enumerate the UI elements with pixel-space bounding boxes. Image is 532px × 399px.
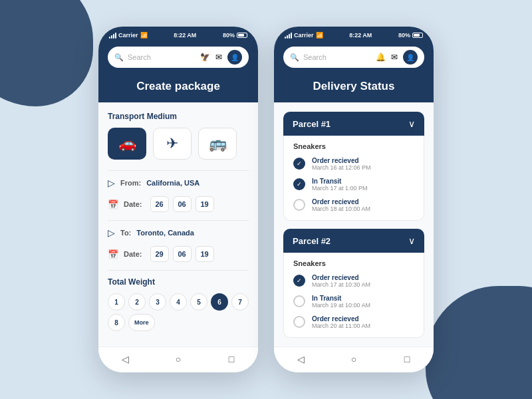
from-year[interactable]: 19 xyxy=(196,196,214,212)
battery-fill-2 xyxy=(414,34,420,37)
weight-6[interactable]: 6 xyxy=(211,293,228,311)
back-button-1[interactable]: ◁ xyxy=(118,352,132,366)
weight-1[interactable]: 1 xyxy=(108,293,125,311)
timeline-title-2-3: Order recieved xyxy=(312,315,370,323)
calendar-icon-1: 📅 xyxy=(108,200,118,209)
mail-icon-1[interactable]: ✉ xyxy=(215,53,222,62)
bell-icon-1[interactable]: 🦅 xyxy=(200,53,210,62)
bottom-nav-2: ◁ ○ □ xyxy=(274,346,434,372)
parcel-2-header[interactable]: Parcel #2 ∨ xyxy=(283,229,424,253)
avatar-1[interactable]: 👤 xyxy=(227,50,242,65)
transport-car[interactable]: 🚗 xyxy=(108,128,146,160)
avatar-2[interactable]: 👤 xyxy=(403,50,418,65)
status-bar-2: Carrier 📶 8:22 AM 80% xyxy=(274,27,434,43)
mail-icon-2[interactable]: ✉ xyxy=(391,53,398,62)
search-icon-2: 🔍 xyxy=(290,53,299,62)
phone-header-2: 🔍 Search 🔔 ✉ 👤 xyxy=(274,43,434,74)
battery-fill-1 xyxy=(238,34,244,37)
bottom-nav-1: ◁ ○ □ xyxy=(98,346,258,372)
transport-options: 🚗 ✈ 🚌 xyxy=(108,128,249,160)
timeline-title-1-2: In Transit xyxy=(312,178,368,185)
timeline-item-1-2: ✓ In Transit March 17 at 1:00 PM xyxy=(293,178,414,192)
to-location-icon: ▷ xyxy=(108,227,115,238)
to-year[interactable]: 19 xyxy=(196,246,214,262)
status-carrier-1: Carrier 📶 xyxy=(109,32,148,39)
transport-plane[interactable]: ✈ xyxy=(153,128,192,160)
battery-body-1 xyxy=(237,33,247,38)
weight-8[interactable]: 8 xyxy=(108,314,125,331)
timeline-icon-1-3 xyxy=(293,199,305,211)
carrier-label-2: Carrier xyxy=(294,32,314,39)
status-battery-1: 80% xyxy=(223,32,247,39)
timeline-icon-2-1: ✓ xyxy=(293,275,305,287)
weight-3[interactable]: 3 xyxy=(149,293,166,311)
signal-bar-2 xyxy=(111,35,112,39)
page-title-bar-1: Create package xyxy=(98,74,258,102)
transport-bus[interactable]: 🚌 xyxy=(198,128,237,160)
to-value: Toronto, Canada xyxy=(136,229,194,237)
car-icon: 🚗 xyxy=(118,135,136,152)
page-title-bar-2: Delivery Status xyxy=(274,74,434,102)
parcel-2-chevron: ∨ xyxy=(408,235,415,246)
timeline-title-1-1: Order recieved xyxy=(312,157,371,164)
search-bar-2[interactable]: 🔍 Search 🔔 ✉ 👤 xyxy=(283,47,424,68)
divider-2 xyxy=(108,220,249,221)
from-day[interactable]: 26 xyxy=(150,196,169,212)
transport-label: Transport Medium xyxy=(108,112,249,121)
to-row: ▷ To: Toronto, Canada xyxy=(108,227,249,238)
from-row: ▷ From: California, USA xyxy=(108,178,249,188)
parcel-1-chevron: ∨ xyxy=(408,118,415,129)
home-button-2[interactable]: ○ xyxy=(347,352,360,366)
status-time-2: 8:22 AM xyxy=(349,32,372,39)
phone-delivery-status: Carrier 📶 8:22 AM 80% 🔍 Search 🔔 ✉ xyxy=(274,27,434,372)
signal-bar-4 xyxy=(115,33,116,39)
signal-bar-2-2 xyxy=(287,35,288,39)
recent-button-1[interactable]: □ xyxy=(225,352,238,366)
to-label: To: xyxy=(120,229,131,237)
bus-icon: 🚌 xyxy=(209,135,227,152)
weight-7[interactable]: 7 xyxy=(231,293,249,311)
signal-bars-2 xyxy=(285,33,292,39)
to-month[interactable]: 06 xyxy=(173,246,192,262)
timeline-item-2-3: Order recieved March 20 at 11:00 AM xyxy=(293,315,414,329)
battery-percent-1: 80% xyxy=(223,32,235,39)
from-date-boxes: 26 06 19 xyxy=(150,196,214,212)
search-placeholder-2: Search xyxy=(303,53,372,61)
weight-5[interactable]: 5 xyxy=(190,293,207,311)
home-button-1[interactable]: ○ xyxy=(172,352,185,366)
status-carrier-2: Carrier 📶 xyxy=(285,32,323,39)
back-button-2[interactable]: ◁ xyxy=(294,352,307,366)
parcel-1-body: Sneakers ✓ Order recieved March 16 at 12… xyxy=(283,136,424,221)
from-date-label: Date: xyxy=(124,200,142,208)
timeline-item-2-2: In Transit March 19 at 10:00 AM xyxy=(293,295,414,309)
weight-4[interactable]: 4 xyxy=(170,293,187,311)
search-placeholder-1: Search xyxy=(128,53,196,61)
timeline-date-2-2: March 19 at 10:00 AM xyxy=(312,302,370,309)
timeline-title-2-2: In Transit xyxy=(312,295,370,302)
decorative-blob-bottom-right xyxy=(426,286,532,399)
weight-more[interactable]: More xyxy=(128,314,155,331)
page-title-1: Create package xyxy=(108,80,249,93)
timeline-icon-2-2 xyxy=(293,295,305,307)
status-time-1: 8:22 AM xyxy=(174,32,196,39)
bell-icon-2[interactable]: 🔔 xyxy=(376,53,386,62)
timeline-item-1-3: Order recieved March 18 at 10:00 AM xyxy=(293,198,414,212)
from-month[interactable]: 06 xyxy=(173,196,192,212)
to-day[interactable]: 29 xyxy=(150,246,169,262)
timeline-date-2-1: March 17 at 10:30 AM xyxy=(312,281,370,288)
search-bar-1[interactable]: 🔍 Search 🦅 ✉ 👤 xyxy=(108,47,249,68)
weight-2[interactable]: 2 xyxy=(128,293,146,311)
divider-1 xyxy=(108,170,249,171)
battery-percent-2: 80% xyxy=(398,32,410,39)
plane-icon: ✈ xyxy=(166,135,178,152)
parcel-1-item: Sneakers xyxy=(293,142,414,150)
to-date-boxes: 29 06 19 xyxy=(150,246,214,262)
timeline-info-1-2: In Transit March 17 at 1:00 PM xyxy=(312,178,368,192)
signal-bar-2-3 xyxy=(289,34,290,39)
recent-button-2[interactable]: □ xyxy=(400,352,414,366)
wifi-icon-1: 📶 xyxy=(140,32,148,39)
status-bar-1: Carrier 📶 8:22 AM 80% xyxy=(98,27,258,43)
parcel-1-header[interactable]: Parcel #1 ∨ xyxy=(283,112,424,136)
to-date-label: Date: xyxy=(124,250,142,258)
from-value: California, USA xyxy=(146,179,200,187)
